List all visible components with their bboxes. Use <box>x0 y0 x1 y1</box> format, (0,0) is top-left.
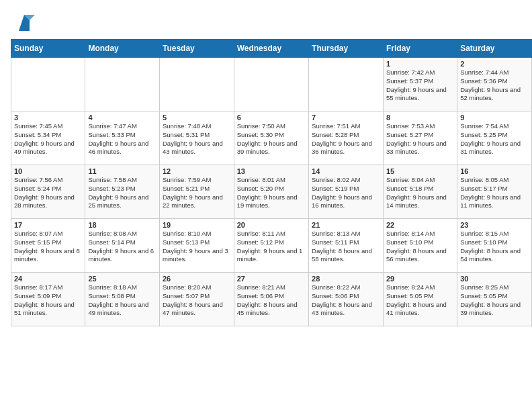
day-info: Sunrise: 8:04 AMSunset: 5:18 PMDaylight:… <box>386 176 447 209</box>
calendar-cell: 24Sunrise: 8:17 AMSunset: 5:09 PMDayligh… <box>11 273 85 326</box>
day-number: 25 <box>88 275 157 283</box>
calendar-cell: 18Sunrise: 8:08 AMSunset: 5:14 PMDayligh… <box>85 219 160 273</box>
calendar-cell: 3Sunrise: 7:45 AMSunset: 5:34 PMDaylight… <box>11 111 85 165</box>
day-number: 10 <box>14 167 82 175</box>
calendar-cell: 12Sunrise: 7:59 AMSunset: 5:21 PMDayligh… <box>160 165 234 219</box>
day-number: 27 <box>237 275 306 283</box>
day-number: 28 <box>312 275 380 283</box>
calendar-week-2: 3Sunrise: 7:45 AMSunset: 5:34 PMDaylight… <box>11 111 532 165</box>
day-info: Sunrise: 7:45 AMSunset: 5:34 PMDaylight:… <box>14 122 75 155</box>
day-info: Sunrise: 7:42 AMSunset: 5:37 PMDaylight:… <box>386 68 447 101</box>
calendar-cell: 25Sunrise: 8:18 AMSunset: 5:08 PMDayligh… <box>85 273 160 326</box>
day-info: Sunrise: 7:51 AMSunset: 5:28 PMDaylight:… <box>312 122 372 155</box>
day-info: Sunrise: 7:53 AMSunset: 5:27 PMDaylight:… <box>386 122 447 155</box>
calendar-week-4: 17Sunrise: 8:07 AMSunset: 5:15 PMDayligh… <box>11 219 532 273</box>
day-number: 15 <box>386 167 454 175</box>
day-info: Sunrise: 8:15 AMSunset: 5:10 PMDaylight:… <box>460 230 521 263</box>
day-info: Sunrise: 7:59 AMSunset: 5:21 PMDaylight:… <box>163 176 223 209</box>
calendar-cell <box>160 58 234 111</box>
day-number: 22 <box>386 221 454 229</box>
day-info: Sunrise: 8:07 AMSunset: 5:15 PMDaylight:… <box>14 230 80 263</box>
page-header <box>0 0 532 39</box>
day-number: 6 <box>237 113 306 122</box>
calendar-cell: 28Sunrise: 8:22 AMSunset: 5:06 PMDayligh… <box>309 273 384 326</box>
day-number: 13 <box>237 167 306 175</box>
day-number: 8 <box>386 113 454 122</box>
day-number: 12 <box>163 167 231 175</box>
day-number: 26 <box>163 275 231 283</box>
logo <box>13 12 35 34</box>
day-info: Sunrise: 8:25 AMSunset: 5:05 PMDaylight:… <box>460 283 521 316</box>
calendar-cell: 21Sunrise: 8:13 AMSunset: 5:11 PMDayligh… <box>309 219 384 273</box>
calendar-cell <box>234 58 308 111</box>
calendar-week-3: 10Sunrise: 7:56 AMSunset: 5:24 PMDayligh… <box>11 165 532 219</box>
day-number: 16 <box>460 167 529 175</box>
day-info: Sunrise: 8:22 AMSunset: 5:06 PMDaylight:… <box>312 283 372 316</box>
calendar-cell: 10Sunrise: 7:56 AMSunset: 5:24 PMDayligh… <box>11 165 85 219</box>
day-info: Sunrise: 8:13 AMSunset: 5:11 PMDaylight:… <box>312 230 372 263</box>
day-info: Sunrise: 8:02 AMSunset: 5:19 PMDaylight:… <box>312 176 372 209</box>
day-info: Sunrise: 8:21 AMSunset: 5:06 PMDaylight:… <box>237 283 298 316</box>
calendar-cell: 7Sunrise: 7:51 AMSunset: 5:28 PMDaylight… <box>309 111 384 165</box>
day-number: 21 <box>312 221 380 229</box>
calendar-cell: 2Sunrise: 7:44 AMSunset: 5:36 PMDaylight… <box>457 58 532 111</box>
logo-icon <box>13 12 35 34</box>
day-number: 29 <box>386 275 454 283</box>
day-info: Sunrise: 8:01 AMSunset: 5:20 PMDaylight:… <box>237 176 298 209</box>
day-info: Sunrise: 8:08 AMSunset: 5:14 PMDaylight:… <box>88 230 154 263</box>
day-number: 3 <box>14 113 82 122</box>
calendar-cell: 13Sunrise: 8:01 AMSunset: 5:20 PMDayligh… <box>234 165 308 219</box>
calendar-cell: 23Sunrise: 8:15 AMSunset: 5:10 PMDayligh… <box>457 219 532 273</box>
day-info: Sunrise: 8:18 AMSunset: 5:08 PMDaylight:… <box>88 283 148 316</box>
calendar-cell: 11Sunrise: 7:58 AMSunset: 5:23 PMDayligh… <box>85 165 160 219</box>
col-saturday: Saturday <box>457 40 532 58</box>
day-number: 11 <box>88 167 157 175</box>
calendar-header: Sunday Monday Tuesday Wednesday Thursday… <box>11 40 532 58</box>
calendar-cell: 1Sunrise: 7:42 AMSunset: 5:37 PMDaylight… <box>383 58 457 111</box>
day-number: 23 <box>460 221 529 229</box>
header-row: Sunday Monday Tuesday Wednesday Thursday… <box>11 40 532 58</box>
day-number: 1 <box>386 60 454 68</box>
day-number: 14 <box>312 167 380 175</box>
calendar-cell <box>11 58 85 111</box>
calendar-wrapper: Sunday Monday Tuesday Wednesday Thursday… <box>0 39 532 332</box>
col-thursday: Thursday <box>309 40 384 58</box>
day-number: 19 <box>163 221 231 229</box>
day-number: 20 <box>237 221 306 229</box>
day-number: 2 <box>460 60 529 68</box>
calendar-cell <box>85 58 160 111</box>
day-info: Sunrise: 7:56 AMSunset: 5:24 PMDaylight:… <box>14 176 75 209</box>
day-info: Sunrise: 7:50 AMSunset: 5:30 PMDaylight:… <box>237 122 298 155</box>
day-number: 5 <box>163 113 231 122</box>
day-info: Sunrise: 7:48 AMSunset: 5:31 PMDaylight:… <box>163 122 223 155</box>
day-number: 7 <box>312 113 380 122</box>
calendar-cell: 27Sunrise: 8:21 AMSunset: 5:06 PMDayligh… <box>234 273 308 326</box>
calendar-cell: 20Sunrise: 8:11 AMSunset: 5:12 PMDayligh… <box>234 219 308 273</box>
day-info: Sunrise: 8:24 AMSunset: 5:05 PMDaylight:… <box>386 283 447 316</box>
calendar-cell: 26Sunrise: 8:20 AMSunset: 5:07 PMDayligh… <box>160 273 234 326</box>
calendar-table: Sunday Monday Tuesday Wednesday Thursday… <box>11 39 532 326</box>
day-info: Sunrise: 8:05 AMSunset: 5:17 PMDaylight:… <box>460 176 521 209</box>
col-wednesday: Wednesday <box>234 40 308 58</box>
day-number: 9 <box>460 113 529 122</box>
day-info: Sunrise: 8:17 AMSunset: 5:09 PMDaylight:… <box>14 283 75 316</box>
calendar-cell: 9Sunrise: 7:54 AMSunset: 5:25 PMDaylight… <box>457 111 532 165</box>
day-number: 30 <box>460 275 529 283</box>
calendar-week-1: 1Sunrise: 7:42 AMSunset: 5:37 PMDaylight… <box>11 58 532 111</box>
calendar-cell: 17Sunrise: 8:07 AMSunset: 5:15 PMDayligh… <box>11 219 85 273</box>
col-monday: Monday <box>85 40 160 58</box>
calendar-body: 1Sunrise: 7:42 AMSunset: 5:37 PMDaylight… <box>11 58 532 326</box>
day-number: 17 <box>14 221 82 229</box>
calendar-cell: 30Sunrise: 8:25 AMSunset: 5:05 PMDayligh… <box>457 273 532 326</box>
col-friday: Friday <box>383 40 457 58</box>
calendar-cell: 19Sunrise: 8:10 AMSunset: 5:13 PMDayligh… <box>160 219 234 273</box>
day-info: Sunrise: 8:10 AMSunset: 5:13 PMDaylight:… <box>163 230 228 263</box>
day-info: Sunrise: 7:44 AMSunset: 5:36 PMDaylight:… <box>460 68 521 101</box>
col-sunday: Sunday <box>11 40 85 58</box>
day-number: 24 <box>14 275 82 283</box>
day-info: Sunrise: 7:54 AMSunset: 5:25 PMDaylight:… <box>460 122 521 155</box>
calendar-cell: 14Sunrise: 8:02 AMSunset: 5:19 PMDayligh… <box>309 165 384 219</box>
calendar-cell: 5Sunrise: 7:48 AMSunset: 5:31 PMDaylight… <box>160 111 234 165</box>
day-number: 4 <box>88 113 157 122</box>
calendar-cell: 29Sunrise: 8:24 AMSunset: 5:05 PMDayligh… <box>383 273 457 326</box>
